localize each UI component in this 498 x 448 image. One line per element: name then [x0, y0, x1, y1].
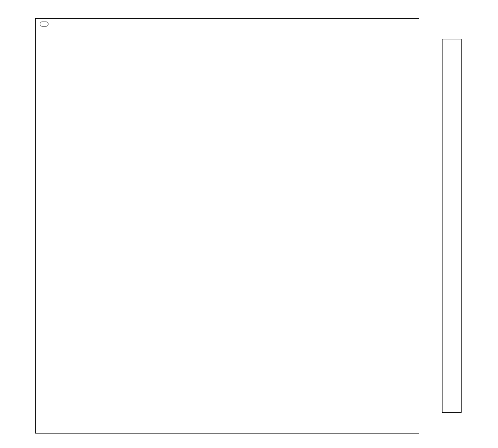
radar-figure — [0, 0, 498, 448]
colorbar-axis-label — [479, 203, 497, 249]
map-plot-area — [35, 18, 419, 433]
product-info-box — [40, 22, 48, 27]
map-canvas — [36, 19, 420, 434]
colorbar — [442, 39, 462, 413]
